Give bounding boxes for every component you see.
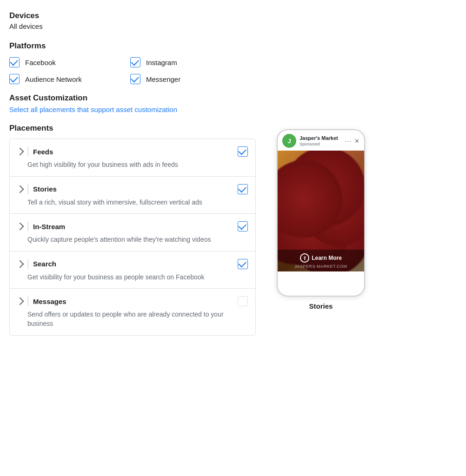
- placements-list: Feeds Get high visibility for your busin…: [9, 139, 256, 336]
- platforms-section: Platforms Facebook Instagram Audience Ne…: [9, 41, 457, 84]
- stories-checkbox[interactable]: [238, 184, 248, 194]
- phone-top-right: ··· ✕: [345, 137, 359, 145]
- platform-item-instagram: Instagram: [130, 57, 233, 67]
- audience-network-checkbox[interactable]: [9, 74, 20, 84]
- placement-item-instream: In-Stream Quickly capture people's atten…: [10, 214, 255, 251]
- instream-checkbox[interactable]: [238, 221, 248, 231]
- preview-label: Stories: [309, 302, 333, 310]
- facebook-checkbox[interactable]: [9, 57, 20, 67]
- instream-chevron-icon[interactable]: [16, 223, 24, 231]
- phone-sponsored-label: Sponsored: [300, 142, 338, 146]
- platform-item-audience-network: Audience Network: [9, 74, 112, 84]
- cta-arrow-icon: ⇧: [300, 253, 309, 263]
- search-divider: [27, 259, 28, 269]
- phone-cta-button[interactable]: ⇧ Learn More: [300, 253, 342, 263]
- placement-item-messages: Messages Send offers or updates to peopl…: [10, 289, 255, 335]
- placement-item-feeds: Feeds Get high visibility for your busin…: [10, 139, 255, 177]
- placement-feeds-header: Feeds: [17, 146, 248, 157]
- instagram-checkbox[interactable]: [130, 57, 140, 67]
- search-checkbox[interactable]: [238, 259, 248, 269]
- placements-section: Placements Feeds Get high visibility for…: [9, 124, 457, 336]
- facebook-label: Facebook: [25, 59, 56, 66]
- devices-section: Devices All devices: [9, 11, 457, 30]
- messages-description: Send offers or updates to people who are…: [17, 310, 248, 328]
- placement-search-header: Search: [17, 259, 248, 269]
- instagram-label: Instagram: [146, 59, 177, 66]
- platforms-grid: Facebook Instagram Audience Network Mess…: [9, 57, 233, 84]
- placement-item-search: Search Get visibility for your business …: [10, 251, 255, 289]
- stories-name: Stories: [33, 185, 57, 193]
- asset-customization-title: Asset Customization: [9, 93, 457, 103]
- phone-top-left: J Jasper's Market Sponsored: [282, 134, 338, 148]
- placement-feeds-left: Feeds: [17, 147, 53, 156]
- messenger-checkbox[interactable]: [130, 74, 140, 84]
- phone-profile-name: Jasper's Market: [300, 135, 338, 141]
- phone-frame: J Jasper's Market Sponsored ··· ✕ ⇧: [277, 129, 365, 297]
- devices-value: All devices: [9, 22, 457, 30]
- phone-url-label: JASPERS-MARKET.COM: [294, 264, 347, 269]
- placement-instream-header: In-Stream: [17, 221, 248, 231]
- asset-customization-link[interactable]: Select all placements that support asset…: [9, 106, 457, 113]
- instream-description: Quickly capture people's attention while…: [17, 235, 248, 245]
- phone-more-icon[interactable]: ···: [345, 137, 352, 145]
- avatar: J: [282, 134, 296, 148]
- placement-item-stories: Stories Tell a rich, visual story with i…: [10, 177, 255, 214]
- stories-description: Tell a rich, visual story with immersive…: [17, 198, 248, 207]
- placements-title: Placements: [9, 124, 256, 133]
- stories-chevron-icon[interactable]: [16, 185, 24, 193]
- placements-left: Placements Feeds Get high visibility for…: [9, 124, 256, 336]
- phone-top-bar: J Jasper's Market Sponsored ··· ✕: [278, 130, 364, 151]
- stories-divider: [27, 185, 28, 194]
- placement-search-left: Search: [17, 259, 56, 269]
- asset-customization-section: Asset Customization Select all placement…: [9, 93, 457, 113]
- phone-preview-area: J Jasper's Market Sponsored ··· ✕ ⇧: [270, 129, 372, 310]
- placement-messages-header: Messages: [17, 296, 248, 306]
- audience-network-label: Audience Network: [25, 75, 82, 83]
- feeds-checkbox[interactable]: [238, 146, 248, 157]
- placement-instream-left: In-Stream: [17, 222, 65, 231]
- instream-divider: [27, 222, 28, 231]
- search-description: Get visibility for your business as peop…: [17, 273, 248, 282]
- messenger-label: Messenger: [146, 75, 180, 83]
- feeds-description: Get high visibility for your business wi…: [17, 160, 248, 170]
- feeds-divider: [27, 147, 28, 156]
- platform-item-messenger: Messenger: [130, 74, 233, 84]
- platform-item-facebook: Facebook: [9, 57, 112, 67]
- feeds-name: Feeds: [33, 148, 53, 156]
- placement-stories-left: Stories: [17, 185, 57, 194]
- phone-bottom-bar: ⇧ Learn More JASPERS-MARKET.COM: [278, 250, 364, 271]
- phone-profile-info: Jasper's Market Sponsored: [300, 135, 338, 146]
- phone-close-icon[interactable]: ✕: [354, 138, 359, 145]
- placement-messages-left: Messages: [17, 297, 67, 306]
- devices-title: Devices: [9, 11, 457, 20]
- search-name: Search: [33, 260, 56, 268]
- messages-name: Messages: [33, 298, 67, 305]
- placement-stories-header: Stories: [17, 184, 248, 194]
- messages-chevron-icon[interactable]: [16, 298, 24, 305]
- search-chevron-icon[interactable]: [16, 260, 24, 268]
- instream-name: In-Stream: [33, 223, 65, 231]
- feeds-chevron-icon[interactable]: [16, 148, 24, 156]
- messages-divider: [27, 297, 28, 306]
- messages-checkbox[interactable]: [238, 296, 248, 306]
- platforms-title: Platforms: [9, 41, 457, 51]
- phone-ad-image: ⇧ Learn More JASPERS-MARKET.COM: [278, 151, 364, 271]
